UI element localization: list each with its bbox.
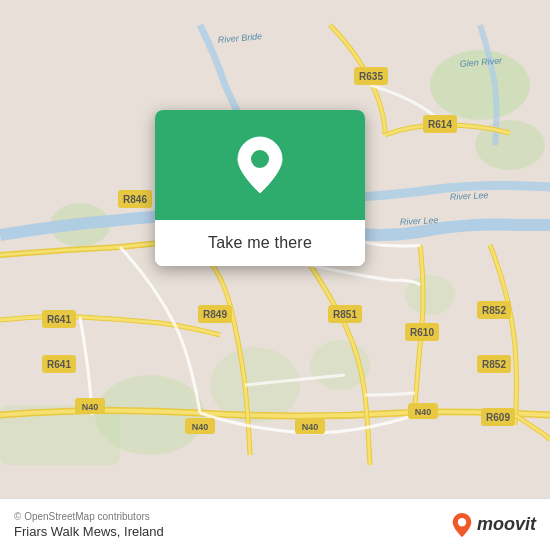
svg-text:R849: R849 [203, 309, 227, 320]
svg-text:R641: R641 [47, 359, 71, 370]
bottom-bar: © OpenStreetMap contributors Friars Walk… [0, 498, 550, 550]
svg-text:R614: R614 [428, 119, 452, 130]
moovit-pin-icon [451, 512, 473, 538]
copyright-text: © OpenStreetMap contributors [14, 511, 164, 522]
moovit-logo: moovit [451, 512, 536, 538]
svg-text:R635: R635 [359, 71, 383, 82]
popup-card: Take me there [155, 110, 365, 266]
svg-text:N40: N40 [302, 422, 319, 432]
svg-text:R852: R852 [482, 359, 506, 370]
location-pin-icon [234, 135, 286, 195]
svg-text:N40: N40 [192, 422, 209, 432]
moovit-wordmark: moovit [477, 514, 536, 535]
svg-text:River Lee: River Lee [400, 215, 439, 227]
svg-text:R851: R851 [333, 309, 357, 320]
svg-text:R641: R641 [47, 314, 71, 325]
popup-header [155, 110, 365, 220]
svg-text:R852: R852 [482, 305, 506, 316]
take-me-there-button[interactable]: Take me there [155, 220, 365, 266]
svg-point-43 [251, 150, 269, 168]
svg-text:R609: R609 [486, 412, 510, 423]
svg-text:N40: N40 [415, 407, 432, 417]
svg-text:River Lee: River Lee [450, 190, 489, 202]
svg-point-44 [458, 518, 466, 526]
map-container: R635 R614 R846 R849 R851 R610 R641 R641 … [0, 0, 550, 550]
location-text: Friars Walk Mews, Ireland [14, 524, 164, 539]
map-background: R635 R614 R846 R849 R851 R610 R641 R641 … [0, 0, 550, 550]
bottom-left-info: © OpenStreetMap contributors Friars Walk… [14, 511, 164, 539]
svg-text:N40: N40 [82, 402, 99, 412]
svg-text:R846: R846 [123, 194, 147, 205]
svg-text:R610: R610 [410, 327, 434, 338]
